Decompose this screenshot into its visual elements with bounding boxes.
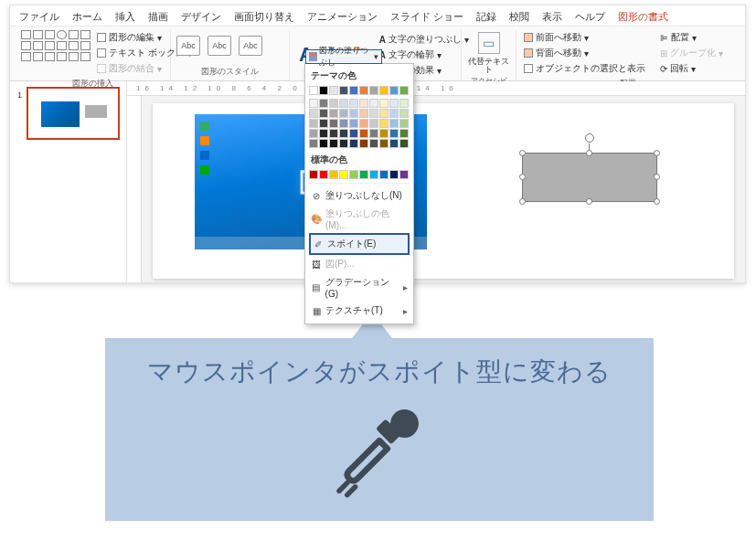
color-swatch[interactable] bbox=[339, 99, 348, 108]
color-swatch[interactable] bbox=[399, 109, 409, 118]
color-swatch[interactable] bbox=[319, 99, 328, 108]
color-swatch[interactable] bbox=[359, 86, 368, 95]
menu-insert[interactable]: 挿入 bbox=[115, 10, 135, 24]
color-swatch[interactable] bbox=[339, 119, 348, 128]
shape-gallery[interactable] bbox=[21, 30, 91, 62]
menu-home[interactable]: ホーム bbox=[72, 10, 102, 24]
color-swatch[interactable] bbox=[399, 99, 409, 108]
menu-view[interactable]: 表示 bbox=[542, 10, 562, 24]
color-swatch[interactable] bbox=[369, 139, 378, 148]
color-swatch[interactable] bbox=[359, 99, 368, 108]
color-swatch[interactable] bbox=[319, 119, 328, 128]
text-outline-button[interactable]: A 文字の輪郭 ▾ bbox=[378, 48, 471, 62]
color-swatch[interactable] bbox=[339, 170, 348, 179]
selected-rectangle-shape[interactable] bbox=[522, 153, 657, 202]
color-swatch[interactable] bbox=[329, 99, 338, 108]
color-swatch[interactable] bbox=[319, 129, 328, 138]
color-swatch[interactable] bbox=[399, 139, 409, 148]
rotate-button[interactable]: ⟳ 回転 ▾ bbox=[658, 61, 725, 76]
slide-canvas-area[interactable]: 16 14 12 10 8 6 4 2 0 2 4 6 8 10 12 14 1… bbox=[127, 81, 745, 282]
bring-forward-button[interactable]: 前面へ移動 ▾ bbox=[522, 30, 647, 45]
color-swatch[interactable] bbox=[309, 129, 318, 138]
shape-style-preset[interactable]: Abc bbox=[176, 36, 200, 56]
alt-text-icon[interactable]: ▭ bbox=[478, 32, 500, 54]
color-swatch[interactable] bbox=[399, 170, 409, 179]
color-swatch[interactable] bbox=[309, 170, 318, 179]
align-button[interactable]: ⊫ 配置 ▾ bbox=[658, 30, 725, 45]
color-swatch[interactable] bbox=[349, 139, 358, 148]
menu-shape-format[interactable]: 図形の書式 bbox=[618, 10, 668, 24]
color-swatch[interactable] bbox=[389, 86, 399, 95]
color-swatch[interactable] bbox=[359, 119, 368, 128]
color-swatch[interactable] bbox=[319, 109, 328, 118]
theme-tint-grid[interactable] bbox=[309, 99, 410, 148]
shape-fill-button[interactable]: 図形の塗りつぶし ▾ bbox=[305, 49, 382, 64]
texture-item[interactable]: ▦テクスチャ(T)▸ bbox=[309, 302, 410, 320]
color-swatch[interactable] bbox=[359, 129, 368, 138]
selection-pane-button[interactable]: オブジェクトの選択と表示 bbox=[522, 61, 647, 76]
slide[interactable]: ⊞ bbox=[153, 103, 734, 279]
shape-style-preset[interactable]: Abc bbox=[208, 36, 231, 56]
color-swatch[interactable] bbox=[359, 170, 368, 179]
color-swatch[interactable] bbox=[319, 170, 328, 179]
color-swatch[interactable] bbox=[369, 129, 378, 138]
color-swatch[interactable] bbox=[379, 99, 389, 108]
color-swatch[interactable] bbox=[359, 109, 368, 118]
color-swatch[interactable] bbox=[349, 99, 358, 108]
gradient-item[interactable]: ▤グラデーション(G)▸ bbox=[309, 273, 410, 302]
menu-transitions[interactable]: 画面切り替え bbox=[234, 10, 294, 24]
theme-color-row[interactable] bbox=[309, 86, 410, 95]
color-swatch[interactable] bbox=[309, 99, 318, 108]
color-swatch[interactable] bbox=[369, 119, 378, 128]
rotate-handle[interactable] bbox=[585, 133, 594, 143]
color-swatch[interactable] bbox=[369, 86, 378, 95]
color-swatch[interactable] bbox=[339, 109, 348, 118]
menu-slideshow[interactable]: スライド ショー bbox=[390, 10, 463, 24]
color-swatch[interactable] bbox=[389, 109, 399, 118]
color-swatch[interactable] bbox=[349, 109, 358, 118]
eyedropper-item[interactable]: ✐スポイト(E) bbox=[309, 233, 410, 255]
color-swatch[interactable] bbox=[379, 129, 389, 138]
color-swatch[interactable] bbox=[379, 170, 389, 179]
color-swatch[interactable] bbox=[329, 170, 338, 179]
color-swatch[interactable] bbox=[379, 119, 389, 128]
menu-record[interactable]: 記録 bbox=[476, 10, 496, 24]
color-swatch[interactable] bbox=[329, 139, 338, 148]
color-swatch[interactable] bbox=[389, 99, 399, 108]
menu-review[interactable]: 校閲 bbox=[509, 10, 529, 24]
color-swatch[interactable] bbox=[359, 139, 368, 148]
color-swatch[interactable] bbox=[389, 129, 399, 138]
color-swatch[interactable] bbox=[319, 139, 328, 148]
color-swatch[interactable] bbox=[379, 109, 389, 118]
color-swatch[interactable] bbox=[349, 129, 358, 138]
color-swatch[interactable] bbox=[389, 139, 399, 148]
color-swatch[interactable] bbox=[319, 86, 328, 95]
color-swatch[interactable] bbox=[369, 109, 378, 118]
slide-thumbnail-1[interactable]: 1 bbox=[27, 87, 120, 140]
color-swatch[interactable] bbox=[339, 139, 348, 148]
color-swatch[interactable] bbox=[329, 119, 338, 128]
color-swatch[interactable] bbox=[309, 139, 318, 148]
menu-draw[interactable]: 描画 bbox=[148, 10, 168, 24]
color-swatch[interactable] bbox=[339, 129, 348, 138]
color-swatch[interactable] bbox=[349, 119, 358, 128]
color-swatch[interactable] bbox=[379, 139, 389, 148]
color-swatch[interactable] bbox=[389, 119, 399, 128]
color-swatch[interactable] bbox=[309, 119, 318, 128]
color-swatch[interactable] bbox=[329, 86, 338, 95]
color-swatch[interactable] bbox=[379, 86, 389, 95]
menu-file[interactable]: ファイル bbox=[19, 10, 59, 24]
color-swatch[interactable] bbox=[309, 109, 318, 118]
no-fill-item[interactable]: ⊘塗りつぶしなし(N) bbox=[309, 186, 410, 205]
standard-color-row[interactable] bbox=[309, 170, 410, 179]
color-swatch[interactable] bbox=[399, 86, 409, 95]
color-swatch[interactable] bbox=[349, 86, 358, 95]
color-swatch[interactable] bbox=[339, 86, 348, 95]
color-swatch[interactable] bbox=[309, 86, 318, 95]
color-swatch[interactable] bbox=[399, 119, 409, 128]
color-swatch[interactable] bbox=[369, 99, 378, 108]
menu-help[interactable]: ヘルプ bbox=[575, 10, 605, 24]
slide-thumbnail-pane[interactable]: 1 bbox=[10, 81, 127, 282]
color-swatch[interactable] bbox=[389, 170, 399, 179]
color-swatch[interactable] bbox=[399, 129, 409, 138]
